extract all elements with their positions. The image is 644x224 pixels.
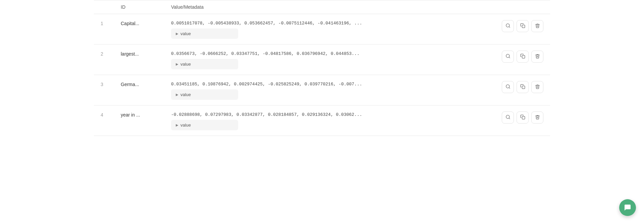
delete-icon [535, 84, 540, 90]
chevron-right-icon: ▶ [176, 62, 178, 66]
value-expand-toggle[interactable]: ▶ value [171, 59, 238, 69]
chat-icon [624, 204, 632, 212]
row-content: 0.03451185, 0.10876942, 0.002974425, -0.… [171, 80, 500, 100]
search-button[interactable] [502, 111, 514, 124]
value-expand-toggle[interactable]: ▶ value [171, 89, 238, 100]
row-id: year in ... [121, 111, 171, 118]
value-expand-toggle[interactable]: ▶ value [171, 28, 238, 39]
row-actions [500, 80, 543, 93]
svg-rect-11 [522, 117, 525, 119]
table-row: 3 Germa... 0.03451185, 0.10876942, 0.002… [94, 75, 550, 105]
svg-line-7 [509, 87, 510, 88]
table-header: ID Value/Metadata [94, 0, 550, 14]
row-actions [500, 19, 543, 32]
copy-icon [520, 115, 525, 121]
header-value-col: Value/Metadata [171, 4, 500, 10]
expand-label: value [180, 31, 191, 36]
row-value-text: 0.0356673, -0.0666252, 0.03347751, -0.04… [171, 50, 500, 56]
table-row: 4 year in ... -0.02888698, 0.07297983, 0… [94, 105, 550, 136]
copy-button[interactable] [517, 111, 529, 124]
value-expand-toggle[interactable]: ▶ value [171, 120, 238, 130]
delete-icon [535, 23, 540, 29]
row-index: 1 [101, 19, 121, 26]
svg-rect-5 [522, 56, 525, 58]
svg-line-1 [509, 26, 510, 27]
chevron-right-icon: ▶ [176, 123, 178, 127]
expand-label: value [180, 123, 191, 128]
copy-button[interactable] [517, 20, 529, 32]
copy-icon [520, 54, 525, 60]
row-content: -0.02888698, 0.07297983, 0.03342877, 0.0… [171, 111, 500, 130]
expand-label: value [180, 92, 191, 97]
delete-button[interactable] [531, 81, 543, 93]
search-button[interactable] [502, 81, 514, 93]
delete-button[interactable] [531, 20, 543, 32]
row-content: 0.0051017078, -0.005438933, 0.053662457,… [171, 19, 500, 39]
header-id-col: ID [121, 4, 171, 10]
search-icon [505, 84, 511, 90]
copy-button[interactable] [517, 51, 529, 63]
chevron-right-icon: ▶ [176, 32, 178, 35]
search-icon [505, 54, 511, 60]
row-value-text: 0.03451185, 0.10876942, 0.002974425, -0.… [171, 80, 500, 87]
row-value-text: 0.0051017078, -0.005438933, 0.053662457,… [171, 19, 500, 26]
expand-label: value [180, 62, 191, 67]
search-icon [505, 115, 511, 121]
chevron-right-icon: ▶ [176, 93, 178, 96]
copy-button[interactable] [517, 81, 529, 93]
row-content: 0.0356673, -0.0666252, 0.03347751, -0.04… [171, 50, 500, 69]
delete-icon [535, 54, 540, 60]
row-index: 2 [101, 50, 121, 57]
copy-icon [520, 23, 525, 29]
copy-icon [520, 84, 525, 90]
table-row: 1 Capital... 0.0051017078, -0.005438933,… [94, 14, 550, 45]
svg-rect-2 [522, 25, 525, 28]
row-id: Capital... [121, 19, 171, 26]
svg-line-4 [509, 57, 510, 58]
svg-rect-8 [522, 86, 525, 89]
row-index: 3 [101, 80, 121, 87]
row-id: largest... [121, 50, 171, 57]
row-index: 4 [101, 111, 121, 118]
row-id: Germa... [121, 80, 171, 87]
search-button[interactable] [502, 20, 514, 32]
row-actions [500, 111, 543, 124]
delete-button[interactable] [531, 51, 543, 63]
delete-icon [535, 115, 540, 121]
search-button[interactable] [502, 51, 514, 63]
delete-button[interactable] [531, 111, 543, 124]
data-table: ID Value/Metadata 1 Capital... 0.0051017… [0, 0, 644, 136]
search-icon [505, 23, 511, 29]
chat-bubble-button[interactable] [619, 199, 636, 216]
svg-line-10 [509, 118, 510, 119]
table-row: 2 largest... 0.0356673, -0.0666252, 0.03… [94, 45, 550, 75]
row-actions [500, 50, 543, 63]
row-value-text: -0.02888698, 0.07297983, 0.03342877, 0.0… [171, 111, 500, 117]
